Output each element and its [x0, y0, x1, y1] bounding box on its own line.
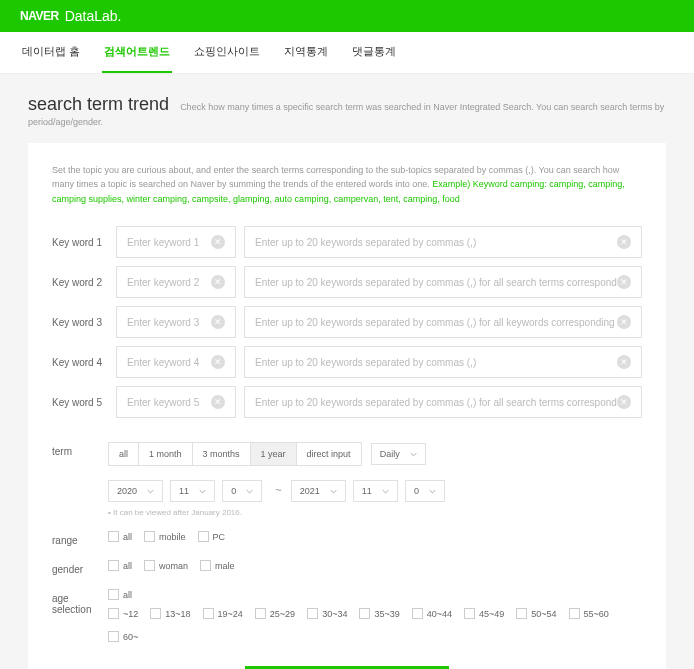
checkbox-icon: [108, 560, 119, 571]
keyword-topic-input[interactable]: [127, 237, 211, 248]
keyword-label: Key word 3: [52, 317, 108, 328]
keyword-row-2: Key word 2✕✕: [52, 266, 642, 298]
main-nav: 데이터랩 홈검색어트렌드쇼핑인사이트지역통계댓글통계: [0, 32, 694, 74]
clear-icon[interactable]: ✕: [617, 315, 631, 329]
age-checkbox-2[interactable]: 19~24: [203, 608, 243, 619]
keyword-label: Key word 2: [52, 277, 108, 288]
chevron-down-icon: [246, 489, 253, 494]
term-preset-4[interactable]: direct input: [297, 443, 361, 465]
keyword-topic-input-wrap: ✕: [116, 386, 236, 418]
checkbox-icon: [108, 589, 119, 600]
keyword-row-4: Key word 4✕✕: [52, 346, 642, 378]
from-month-select[interactable]: 11: [170, 480, 215, 502]
term-label: term: [52, 442, 108, 457]
chevron-down-icon: [410, 452, 417, 457]
from-day-select[interactable]: 0: [222, 480, 262, 502]
nav-item-1[interactable]: 검색어트렌드: [102, 32, 172, 73]
checkbox-icon: [144, 560, 155, 571]
checkbox-icon: [198, 531, 209, 542]
chevron-down-icon: [429, 489, 436, 494]
term-preset-2[interactable]: 3 months: [193, 443, 251, 465]
keyword-terms-input[interactable]: [255, 357, 617, 368]
nav-item-0[interactable]: 데이터랩 홈: [20, 32, 82, 73]
clear-icon[interactable]: ✕: [211, 275, 225, 289]
to-month-select[interactable]: 11: [353, 480, 398, 502]
to-day-select[interactable]: 0: [405, 480, 445, 502]
checkbox-icon: [144, 531, 155, 542]
keyword-topic-input-wrap: ✕: [116, 306, 236, 338]
keyword-terms-input-wrap: ✕: [244, 266, 642, 298]
clear-icon[interactable]: ✕: [617, 355, 631, 369]
checkbox-icon: [412, 608, 423, 619]
checkbox-icon: [200, 560, 211, 571]
keyword-row-1: Key word 1✕✕: [52, 226, 642, 258]
keyword-label: Key word 4: [52, 357, 108, 368]
keyword-terms-input-wrap: ✕: [244, 346, 642, 378]
term-preset-0[interactable]: all: [109, 443, 139, 465]
checkbox-icon: [516, 608, 527, 619]
clear-icon[interactable]: ✕: [617, 275, 631, 289]
range-checkbox-1[interactable]: mobile: [144, 531, 186, 542]
gender-checkbox-2[interactable]: male: [200, 560, 235, 571]
keyword-topic-input[interactable]: [127, 397, 211, 408]
gender-label: gender: [52, 560, 108, 575]
clear-icon[interactable]: ✕: [211, 355, 225, 369]
keyword-topic-input[interactable]: [127, 357, 211, 368]
logo-naver: NAVER: [20, 9, 59, 23]
range-checkbox-2[interactable]: PC: [198, 531, 226, 542]
term-preset-1[interactable]: 1 month: [139, 443, 193, 465]
age-checkbox-7[interactable]: 45~49: [464, 608, 504, 619]
age-all-checkbox[interactable]: all: [108, 589, 132, 600]
age-label: age selection: [52, 589, 108, 615]
range-checkbox-0[interactable]: all: [108, 531, 132, 542]
keyword-topic-input-wrap: ✕: [116, 346, 236, 378]
age-checkbox-9[interactable]: 55~60: [569, 608, 609, 619]
gender-checkbox-0[interactable]: all: [108, 560, 132, 571]
age-checkbox-8[interactable]: 50~54: [516, 608, 556, 619]
nav-item-4[interactable]: 댓글통계: [350, 32, 398, 73]
age-checkbox-10[interactable]: 60~: [108, 631, 138, 642]
checkbox-icon: [464, 608, 475, 619]
keyword-topic-input[interactable]: [127, 277, 211, 288]
main-panel: Set the topic you are curious about, and…: [28, 143, 666, 669]
keyword-row-5: Key word 5✕✕: [52, 386, 642, 418]
age-checkbox-1[interactable]: 13~18: [150, 608, 190, 619]
keyword-terms-input[interactable]: [255, 317, 617, 328]
keyword-terms-input[interactable]: [255, 277, 617, 288]
keyword-topic-input-wrap: ✕: [116, 266, 236, 298]
term-preset-3[interactable]: 1 year: [251, 443, 297, 465]
to-year-select[interactable]: 2021: [291, 480, 346, 502]
age-checkbox-6[interactable]: 40~44: [412, 608, 452, 619]
checkbox-icon: [359, 608, 370, 619]
age-checkbox-0[interactable]: ~12: [108, 608, 138, 619]
term-unit-value: Daily: [380, 449, 400, 459]
from-year-select[interactable]: 2020: [108, 480, 163, 502]
logo-datalab: DataLab.: [65, 8, 122, 24]
keyword-terms-input-wrap: ✕: [244, 386, 642, 418]
clear-icon[interactable]: ✕: [211, 395, 225, 409]
clear-icon[interactable]: ✕: [211, 235, 225, 249]
age-checkbox-5[interactable]: 35~39: [359, 608, 399, 619]
gender-checkbox-1[interactable]: woman: [144, 560, 188, 571]
clear-icon[interactable]: ✕: [617, 235, 631, 249]
checkbox-icon: [108, 631, 119, 642]
chevron-down-icon: [382, 489, 389, 494]
checkbox-icon: [255, 608, 266, 619]
checkbox-icon: [307, 608, 318, 619]
keyword-topic-input[interactable]: [127, 317, 211, 328]
page-heading: search term trend Check how many times a…: [28, 94, 666, 127]
nav-item-2[interactable]: 쇼핑인사이트: [192, 32, 262, 73]
clear-icon[interactable]: ✕: [617, 395, 631, 409]
checkbox-icon: [569, 608, 580, 619]
nav-item-3[interactable]: 지역통계: [282, 32, 330, 73]
keyword-terms-input[interactable]: [255, 237, 617, 248]
chevron-down-icon: [330, 489, 337, 494]
clear-icon[interactable]: ✕: [211, 315, 225, 329]
keyword-terms-input[interactable]: [255, 397, 617, 408]
age-checkbox-4[interactable]: 30~34: [307, 608, 347, 619]
age-checkbox-3[interactable]: 25~29: [255, 608, 295, 619]
term-preset-segment: all1 month3 months1 yeardirect input: [108, 442, 362, 466]
term-unit-select[interactable]: Daily: [371, 443, 426, 465]
checkbox-icon: [108, 608, 119, 619]
checkbox-icon: [203, 608, 214, 619]
